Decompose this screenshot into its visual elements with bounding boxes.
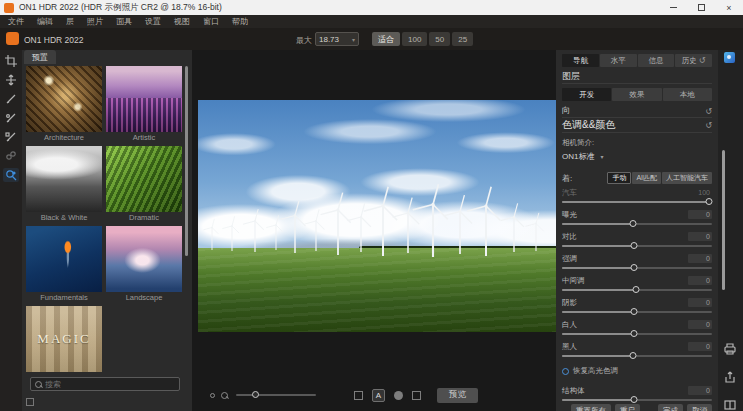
compare-view-icon[interactable] — [354, 391, 363, 400]
move-tool-icon[interactable] — [3, 73, 19, 87]
tone-ai-match-button[interactable]: AI匹配 — [632, 172, 661, 184]
tone-color-header[interactable]: 色调&&颜色 ↺ — [562, 118, 712, 133]
show-mask-icon[interactable] — [412, 391, 421, 400]
print-icon[interactable] — [723, 342, 737, 356]
slider-value[interactable]: 0 — [688, 342, 712, 351]
done-button[interactable]: 完成 — [658, 404, 683, 411]
menu-edit[interactable]: 编辑 — [37, 16, 53, 27]
preview-button[interactable]: 预览 — [437, 388, 478, 403]
slider-knob[interactable] — [631, 264, 638, 271]
preset-thumbnail[interactable] — [106, 66, 182, 132]
tab-develop[interactable]: 开发 — [562, 88, 611, 101]
slider-value[interactable]: 0 — [688, 210, 712, 219]
slider-track[interactable] — [562, 220, 712, 228]
preset-thumbnail[interactable] — [106, 226, 182, 292]
minimize-button[interactable] — [659, 0, 687, 15]
layers-header[interactable]: 图层 — [562, 70, 712, 84]
close-button[interactable]: × — [715, 0, 743, 15]
slider-value[interactable]: 0 — [688, 254, 712, 263]
slider-track[interactable] — [562, 396, 712, 404]
extras-icon[interactable] — [724, 52, 735, 63]
preset-search[interactable] — [30, 377, 180, 391]
preset-category-magic[interactable]: MAGIC — [26, 306, 102, 372]
slider-track[interactable] — [562, 242, 712, 250]
tab-local[interactable]: 本地 — [663, 88, 712, 101]
slider-value[interactable]: 0 — [688, 320, 712, 329]
slider-track[interactable] — [562, 330, 712, 338]
zoom-25-button[interactable]: 25 — [452, 32, 473, 46]
slider-value[interactable]: 0 — [688, 276, 712, 285]
menu-help[interactable]: 帮助 — [232, 16, 248, 27]
zoom-value-dropdown[interactable]: 18.73 ▾ — [315, 32, 359, 46]
preset-thumbnail[interactable] — [26, 66, 102, 132]
slider-track[interactable] — [562, 286, 712, 294]
canvas-zoom-slider[interactable] — [236, 394, 316, 396]
menu-photo[interactable]: 照片 — [87, 16, 103, 27]
tab-info[interactable]: 信息 — [638, 54, 675, 67]
paint-brush-icon[interactable] — [3, 111, 19, 125]
preset-category-black-white[interactable]: Black & White — [26, 146, 102, 223]
recover-highlights-option[interactable]: 恢复高光色调 — [562, 366, 712, 376]
tone-brush-icon[interactable] — [3, 92, 19, 106]
slider-knob[interactable] — [631, 396, 638, 403]
reset-all-button[interactable]: 重置所有 — [571, 404, 611, 411]
menu-layer[interactable]: 层 — [66, 16, 74, 27]
zoom-100-button[interactable]: 100 — [402, 32, 427, 46]
preset-category-landscape[interactable]: Landscape — [106, 226, 182, 303]
tone-manual-button[interactable]: 手动 — [607, 172, 631, 184]
perfect-eraser-icon[interactable] — [3, 149, 19, 163]
slider-knob[interactable] — [631, 330, 638, 337]
slider-knob[interactable] — [631, 308, 638, 315]
slider-knob[interactable] — [629, 352, 636, 359]
preset-thumbnail[interactable] — [26, 226, 102, 292]
soft-proof-icon[interactable] — [394, 391, 403, 400]
export-icon[interactable] — [723, 370, 737, 384]
slider-knob[interactable] — [629, 220, 636, 227]
presets-scrollbar[interactable] — [185, 66, 188, 256]
camera-profile-dropdown[interactable]: ON1标准 ▾ — [562, 151, 712, 162]
menu-view[interactable]: 视图 — [174, 16, 190, 27]
slider-value[interactable]: 0 — [688, 298, 712, 307]
slider-track[interactable] — [562, 352, 712, 360]
preset-category-architecture[interactable]: Architecture — [26, 66, 102, 143]
preset-thumbnail[interactable] — [106, 146, 182, 212]
zoom-in-icon[interactable] — [221, 392, 228, 399]
menu-file[interactable]: 文件 — [8, 16, 24, 27]
tab-levels[interactable]: 水平 — [600, 54, 637, 67]
preset-category-dramatic[interactable]: Dramatic — [106, 146, 182, 223]
maximize-button[interactable] — [687, 0, 715, 15]
slider-track[interactable] — [562, 198, 712, 206]
presets-tab[interactable]: 预置 — [24, 50, 56, 64]
slider-value[interactable]: 0 — [688, 386, 712, 395]
tab-navigator[interactable]: 导航 — [562, 54, 599, 67]
panel-scrollbar[interactable] — [722, 150, 725, 290]
slider-track[interactable] — [562, 308, 712, 316]
view-tool-icon[interactable] — [3, 168, 19, 182]
preset-thumbnail[interactable] — [26, 146, 102, 212]
reset-button[interactable]: 重启 — [615, 404, 640, 411]
slider-knob[interactable] — [632, 286, 639, 293]
mask-section-header[interactable]: 向 ↺ — [562, 105, 712, 118]
crop-tool-icon[interactable] — [3, 54, 19, 68]
masking-brush-icon[interactable] — [3, 130, 19, 144]
zoom-out-icon[interactable] — [210, 393, 215, 398]
menu-mask[interactable]: 面具 — [116, 16, 132, 27]
original-photo-button[interactable]: A — [372, 389, 385, 402]
slider-value[interactable]: 100 — [688, 188, 712, 197]
zoom-fit-button[interactable]: 适合 — [372, 32, 400, 46]
tone-ai-auto-button[interactable]: 人工智能汽车 — [662, 172, 712, 184]
tab-history[interactable]: 历史 ↺ — [675, 54, 712, 67]
reset-icon[interactable]: ↺ — [705, 107, 712, 116]
browse-toggle-icon[interactable] — [26, 398, 34, 406]
preset-category-artistic[interactable]: Artistic — [106, 66, 182, 143]
menu-settings[interactable]: 设置 — [145, 16, 161, 27]
slider-value[interactable]: 0 — [688, 232, 712, 241]
preset-category-fundamentals[interactable]: Fundamentals — [26, 226, 102, 303]
canvas-zoom-knob[interactable] — [252, 391, 259, 398]
photo-wind-turbines[interactable] — [198, 100, 556, 332]
cancel-button[interactable]: 取消 — [687, 404, 712, 411]
slider-knob[interactable] — [706, 198, 713, 205]
radio-icon[interactable] — [562, 368, 569, 375]
tab-effects[interactable]: 效果 — [612, 88, 661, 101]
preset-thumbnail[interactable]: MAGIC — [26, 306, 102, 372]
